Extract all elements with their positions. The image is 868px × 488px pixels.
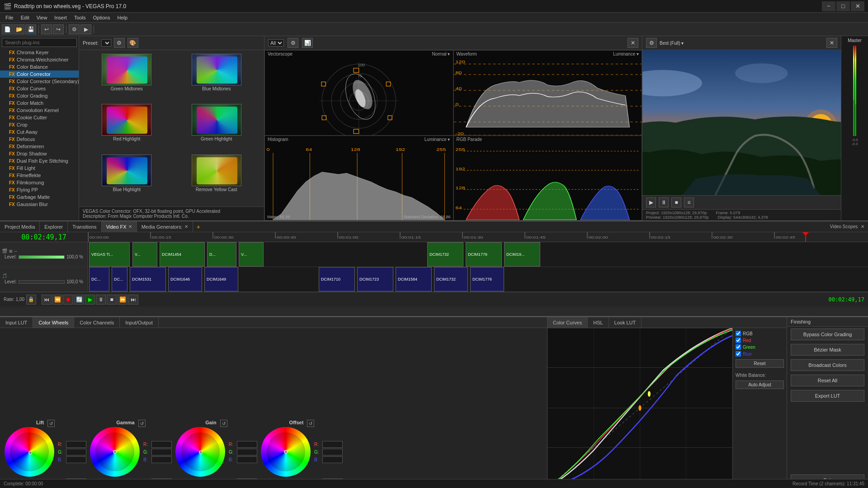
clip-dcim1531[interactable]: DCIM1531 <box>130 267 166 291</box>
plugin-color-corrector[interactable]: FXColor Corrector <box>0 70 79 78</box>
go-start[interactable]: ⏮ <box>42 295 52 305</box>
rgb-checkbox[interactable] <box>736 331 741 336</box>
clip-dcim1454[interactable]: DCIM1454 <box>160 242 205 267</box>
clip-dcim19[interactable]: DCIM19... <box>504 242 540 267</box>
tab-media-gen[interactable]: Media Generators: ✕ <box>137 221 193 232</box>
preset-dropdown[interactable] <box>101 39 111 47</box>
scope-close[interactable]: ✕ <box>627 38 638 48</box>
preset-icon2[interactable]: 🎨 <box>127 38 138 48</box>
ctab-color-channels[interactable]: Color Channels <box>74 317 120 328</box>
plugin-cut-away[interactable]: FXCut Away <box>0 128 79 136</box>
clip-dc2[interactable]: DC... <box>112 267 127 291</box>
audio-track-body[interactable]: DC... DC... DCIM1531 DCIM1646 DCIM1649 D… <box>88 267 868 291</box>
lift-g[interactable]: 0,000 <box>66 449 86 455</box>
menu-insert[interactable]: Insert <box>51 14 71 21</box>
red-checkbox[interactable] <box>736 338 741 343</box>
plugin-color-match[interactable]: FXColor Match <box>0 99 79 107</box>
plugin-filmkornung[interactable]: FXFilmkornung <box>0 179 79 186</box>
crtab-hsl[interactable]: HSL <box>588 317 609 328</box>
preview-stop[interactable]: ■ <box>671 197 681 207</box>
ctab-input-lut[interactable]: Input LUT <box>0 317 33 328</box>
video-level-slider[interactable] <box>19 255 65 259</box>
preview-pause[interactable]: ⏸ <box>659 197 669 207</box>
plugin-color-curves[interactable]: FXColor Curves <box>0 85 79 92</box>
menu-help[interactable]: Help <box>113 14 131 21</box>
gamma-reset[interactable]: ↺ <box>138 420 146 427</box>
undo-button[interactable]: ↩ <box>41 24 52 34</box>
preset-green-highlight[interactable]: Green Highlight <box>173 104 261 152</box>
plugin-defocus[interactable]: FXDefocus <box>0 136 79 143</box>
tab-transitions[interactable]: Transitions <box>68 221 101 232</box>
offset-g[interactable]: 0,000 <box>322 449 343 455</box>
plugin-color-grading[interactable]: FXColor Grading <box>0 92 79 99</box>
bypass-color-grading-btn[interactable]: Bypass Color Grading <box>791 328 864 340</box>
scope-tab-video-scopes[interactable]: Video Scopes ✕ <box>826 224 868 229</box>
lift-wheel[interactable] <box>5 427 54 477</box>
rate-lock[interactable]: 🔒 <box>26 295 36 305</box>
plugin-garbage-matte[interactable]: FXGarbage Matte <box>0 193 79 201</box>
clip-dcim1732[interactable]: DCIM1732 <box>427 242 463 267</box>
gamma-b[interactable]: 1,000 <box>151 456 172 463</box>
timeline-ruler[interactable]: 00:00:00 00:00:15 00:00:30 00:00:45 00:0… <box>88 232 868 242</box>
preview-list[interactable]: ≡ <box>684 197 694 207</box>
gain-r[interactable]: 1,000 <box>237 441 257 448</box>
gamma-wheel[interactable] <box>90 427 140 477</box>
lift-r[interactable]: 0,000 <box>66 441 86 448</box>
clip-dcim1723[interactable]: DCIM1723 <box>357 267 393 291</box>
add-tab-button[interactable]: + <box>197 223 200 230</box>
preset-remove-yellow[interactable]: Remove Yellow Cast <box>173 155 261 203</box>
menu-edit[interactable]: Edit <box>17 14 33 21</box>
ctab-color-wheels[interactable]: Color Wheels <box>33 317 74 328</box>
preview-play[interactable]: ▶ <box>646 197 656 207</box>
plugin-convolution-kernel[interactable]: FXConvolution Kernel <box>0 107 79 114</box>
crtab-look-lut[interactable]: Look LUT <box>609 317 642 328</box>
go-prev[interactable]: ⏪ <box>52 295 62 305</box>
blue-checkbox[interactable] <box>736 351 741 357</box>
tab-project-media[interactable]: Project Media <box>0 221 40 232</box>
go-next[interactable]: ⏩ <box>118 295 127 305</box>
clip-v2[interactable]: V... <box>132 242 157 267</box>
menu-file[interactable]: File <box>2 14 17 21</box>
record[interactable]: ⏺ <box>63 295 73 305</box>
offset-reset[interactable]: ↺ <box>307 420 314 427</box>
plugin-gaussian-blur[interactable]: FXGaussian Blur <box>0 201 79 208</box>
gamma-g[interactable]: 1,000 <box>151 449 172 455</box>
gamma-r[interactable]: 1,000 <box>151 441 172 448</box>
lift-b[interactable]: 0,000 <box>66 456 86 463</box>
render-button[interactable]: ▶ <box>80 24 91 34</box>
clip-dcim1646[interactable]: DCIM1646 <box>168 267 202 291</box>
ctab-input-output[interactable]: Input/Output <box>120 317 159 328</box>
export-lut-btn[interactable]: Export LUT <box>791 390 864 402</box>
plugin-filmeffekte[interactable]: FXFilmeffekte <box>0 172 79 179</box>
preview-close[interactable]: ✕ <box>826 38 837 48</box>
audio-level-slider[interactable] <box>19 280 65 284</box>
preset-blue-midtones[interactable]: Blue Midtones <box>173 54 261 102</box>
pause-btn[interactable]: ⏸ <box>96 295 106 305</box>
lift-reset[interactable]: ↺ <box>47 420 55 427</box>
plugin-fill-light[interactable]: FXFill Light <box>0 164 79 172</box>
offset-r[interactable]: 0,000 <box>322 441 343 448</box>
preset-blue-highlight[interactable]: Blue Highlight <box>83 155 171 203</box>
preset-red-highlight[interactable]: Red Highlight <box>83 104 171 152</box>
menu-tools[interactable]: Tools <box>71 14 90 21</box>
preset-green-midtones[interactable]: Green Midtones <box>83 54 171 102</box>
save-button[interactable]: 💾 <box>25 24 36 34</box>
scope-settings[interactable]: ⚙ <box>288 38 298 48</box>
clip-vegas-ti[interactable]: VEGAS Ti... <box>89 242 130 267</box>
plugin-color-balance[interactable]: FXColor Balance <box>0 63 79 70</box>
crtab-color-curves[interactable]: Color Curves <box>547 317 588 328</box>
scope-icon2[interactable]: 📊 <box>302 38 313 48</box>
gain-g[interactable]: 1,000 <box>237 449 257 455</box>
plugin-deformieren[interactable]: FXDeformieren <box>0 143 79 150</box>
redo-button[interactable]: ↪ <box>53 24 64 34</box>
broadcast-colors-btn[interactable]: Broadcast Colors <box>791 359 864 371</box>
search-input[interactable] <box>2 38 77 47</box>
curves-reset[interactable]: Reset <box>736 359 784 368</box>
go-end[interactable]: ⏭ <box>128 295 138 305</box>
play-loop[interactable]: 🔄 <box>74 295 84 305</box>
plugin-color-corrector-secondary[interactable]: FXColor Corrector (Secondary) <box>0 78 79 85</box>
stop-btn[interactable]: ■ <box>107 295 117 305</box>
auto-adjust-btn[interactable]: Auto Adjust <box>736 380 784 389</box>
green-checkbox[interactable] <box>736 344 741 350</box>
reset-all-btn[interactable]: Reset All <box>791 375 864 386</box>
